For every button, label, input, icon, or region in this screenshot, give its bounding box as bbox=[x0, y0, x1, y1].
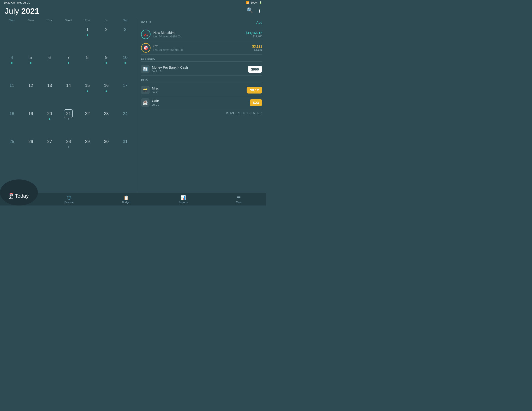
cal-cell-empty-5-2 bbox=[40, 164, 59, 192]
cal-cell-1[interactable]: 1 bbox=[78, 24, 97, 52]
cal-cell-empty-0-3 bbox=[59, 24, 78, 52]
cal-cell-17[interactable]: 17 bbox=[116, 80, 135, 108]
cal-cell-30[interactable]: 30 bbox=[97, 136, 116, 164]
cal-cell-8[interactable]: 8 bbox=[78, 52, 97, 80]
nav-items: ⚖️ Balance 📋 Budget 📊 Reports ☰ More bbox=[40, 194, 266, 205]
search-icon[interactable]: 🔍 bbox=[247, 7, 253, 15]
paid-divider bbox=[141, 82, 262, 82]
plan-date-cafe: Jul 21 bbox=[152, 103, 250, 106]
cal-cell-26[interactable]: 26 bbox=[21, 136, 40, 164]
plan-name-bank: Money Pro Bank > Cash bbox=[152, 66, 248, 69]
goal-item-motobike[interactable]: 🏍️ New Mototbike Last 30 days: +$280.00 … bbox=[141, 28, 262, 41]
day-header-wed: Wed bbox=[59, 18, 78, 23]
goals-divider bbox=[141, 26, 262, 26]
cal-cell-13[interactable]: 13 bbox=[40, 80, 59, 108]
cal-cell-empty-0-2 bbox=[40, 24, 59, 52]
cal-cell-12[interactable]: 12 bbox=[21, 80, 40, 108]
plan-info-misc: Misc Jul 21 bbox=[152, 86, 247, 94]
wifi-icon: 📶 bbox=[246, 1, 249, 4]
cal-cell-23[interactable]: 23 bbox=[97, 108, 116, 136]
day-header-sat: Sat bbox=[116, 18, 135, 23]
cal-cell-empty-5-5 bbox=[97, 164, 116, 192]
misc-icon: 🗃️ bbox=[141, 86, 150, 94]
nav-balance[interactable]: ⚖️ Balance bbox=[61, 194, 78, 205]
today-cal-icon: 📅 21 bbox=[9, 193, 13, 199]
reports-icon: 📊 bbox=[180, 195, 186, 200]
paid-section: PAID 🗃️ Misc Jul 21 $8.12 ☕ Cafe Jul 21 … bbox=[141, 78, 262, 109]
planned-divider bbox=[141, 61, 262, 62]
cal-cell-27[interactable]: 27 bbox=[40, 136, 59, 164]
goals-label: GOALS bbox=[141, 20, 151, 25]
battery-label: 100% bbox=[251, 1, 257, 4]
day-header-sun: Sun bbox=[2, 18, 21, 23]
cal-cell-28[interactable]: 28 bbox=[59, 136, 78, 164]
planned-item-bank[interactable]: 🔄 Money Pro Bank > Cash Jul 21 ⏱ $900 bbox=[141, 63, 262, 76]
today-label: Today bbox=[15, 193, 29, 199]
cal-cell-10[interactable]: 10 bbox=[116, 52, 135, 80]
cal-cell-22[interactable]: 22 bbox=[78, 108, 97, 136]
header: July 2021 🔍 + bbox=[0, 5, 266, 18]
plan-amount-misc: $8.12 bbox=[247, 87, 262, 94]
total-expenses: TOTAL EXPENSES: $31.12 bbox=[141, 109, 262, 115]
planned-label: PLANNED bbox=[141, 57, 155, 62]
budget-icon: 📋 bbox=[124, 195, 129, 200]
plan-name-cafe: Cafe bbox=[152, 99, 250, 103]
cal-cell-15[interactable]: 15 bbox=[78, 80, 97, 108]
goal-current-cc: $3,131 bbox=[252, 45, 262, 48]
cal-cell-4[interactable]: 4 bbox=[2, 52, 21, 80]
cal-cell-18[interactable]: 18 bbox=[2, 108, 21, 136]
plan-info-cafe: Cafe Jul 21 bbox=[152, 99, 250, 106]
goal-sub-motobike: Last 30 days: +$280.00 bbox=[153, 35, 246, 38]
cal-cell-empty-5-4 bbox=[78, 164, 97, 192]
battery-icon: 🔋 bbox=[259, 1, 262, 4]
cal-cell-5[interactable]: 5 bbox=[21, 52, 40, 80]
reports-label: Reports bbox=[179, 201, 188, 204]
budget-label: Budget bbox=[122, 201, 130, 204]
paid-item-misc[interactable]: 🗃️ Misc Jul 21 $8.12 bbox=[141, 84, 262, 96]
balance-label: Balance bbox=[64, 201, 74, 204]
day-header-fri: Fri bbox=[97, 18, 116, 23]
cal-cell-9[interactable]: 9 bbox=[97, 52, 116, 80]
header-icons: 🔍 + bbox=[247, 7, 261, 15]
paid-item-cafe[interactable]: ☕ Cafe Jul 21 $23 bbox=[141, 96, 262, 109]
goal-target-motobike: $14,400 bbox=[246, 35, 262, 38]
today-fab[interactable]: 📅 21 Today bbox=[0, 180, 38, 206]
cal-cell-2[interactable]: 2 bbox=[97, 24, 116, 52]
cal-cell-empty-0-0 bbox=[2, 24, 21, 52]
nav-reports[interactable]: 📊 Reports bbox=[175, 194, 191, 205]
goal-current-motobike: $11,166.12 bbox=[246, 31, 262, 35]
calendar-side: Sun Mon Tue Wed Thu Fri Sat 123456789101… bbox=[0, 18, 137, 193]
cal-cell-24[interactable]: 24 bbox=[116, 108, 135, 136]
paid-label: PAID bbox=[141, 78, 148, 83]
goal-sub-cc: Last 30 days: +$1,400.00 bbox=[153, 48, 252, 51]
more-icon: ☰ bbox=[237, 195, 241, 200]
motobike-icon: 🏍️ bbox=[141, 29, 151, 39]
day-header-mon: Mon bbox=[21, 18, 40, 23]
cal-cell-6[interactable]: 6 bbox=[40, 52, 59, 80]
cal-cell-14[interactable]: 14 bbox=[59, 80, 78, 108]
nav-more[interactable]: ☰ More bbox=[232, 194, 246, 205]
goals-header: GOALS Add bbox=[141, 20, 262, 25]
add-icon[interactable]: + bbox=[258, 7, 261, 15]
cal-cell-7[interactable]: 7 bbox=[59, 52, 78, 80]
goal-amounts-motobike: $11,166.12 $14,400 bbox=[246, 31, 262, 38]
cal-cell-31[interactable]: 31 bbox=[116, 136, 135, 164]
goal-info-motobike: New Mototbike Last 30 days: +$280.00 bbox=[153, 31, 246, 38]
add-goal-button[interactable]: Add bbox=[256, 21, 262, 24]
cal-cell-empty-0-1 bbox=[21, 24, 40, 52]
calendar-grid: 1234567891011121314151617181920212223242… bbox=[2, 24, 135, 192]
cal-cell-20[interactable]: 20 bbox=[40, 108, 59, 136]
goal-target-cc: $3,131 bbox=[252, 48, 262, 51]
cal-cell-3[interactable]: 3 bbox=[116, 24, 135, 52]
cal-cell-11[interactable]: 11 bbox=[2, 80, 21, 108]
plan-amount-bank: $900 bbox=[248, 66, 262, 73]
nav-budget[interactable]: 📋 Budget bbox=[118, 194, 134, 205]
cal-cell-25[interactable]: 25 bbox=[2, 136, 21, 164]
cal-cell-empty-5-3 bbox=[59, 164, 78, 192]
cal-cell-29[interactable]: 29 bbox=[78, 136, 97, 164]
cal-cell-16[interactable]: 16 bbox=[97, 80, 116, 108]
goal-name-motobike: New Mototbike bbox=[153, 31, 246, 35]
cal-cell-19[interactable]: 19 bbox=[21, 108, 40, 136]
goal-item-cc[interactable]: 🎯 CC Last 30 days: +$1,400.00 $3,131 $3,… bbox=[141, 41, 262, 55]
cal-cell-21[interactable]: 21 bbox=[59, 108, 78, 136]
